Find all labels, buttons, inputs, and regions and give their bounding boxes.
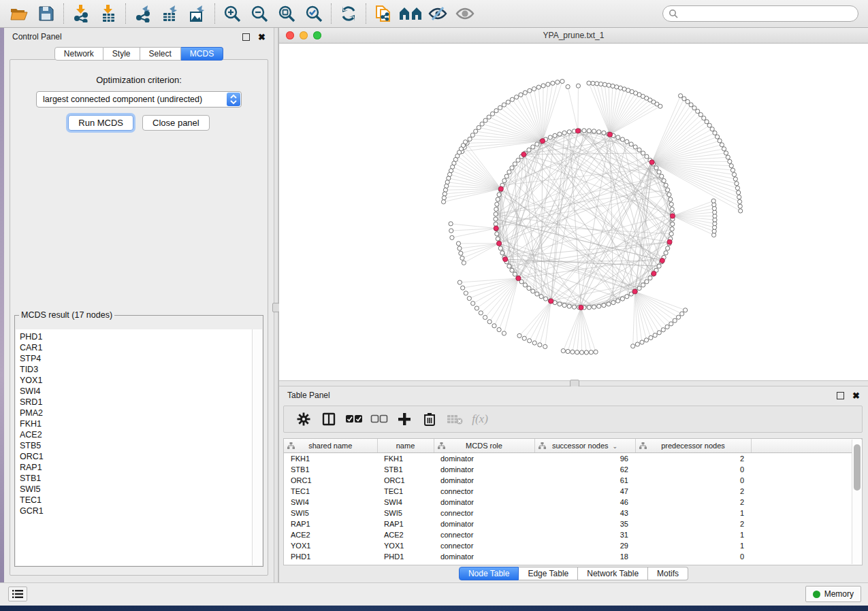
cell-shared-name[interactable]: ACE2 <box>284 529 377 540</box>
cell-successor-nodes[interactable]: 96 <box>534 453 635 465</box>
cell-MCDS-role[interactable]: connector <box>434 529 534 540</box>
table-row[interactable]: SWI5SWI5connector431 <box>284 508 862 518</box>
mcds-result-item[interactable]: GCR1 <box>20 506 253 516</box>
mcds-result-item[interactable]: PHD1 <box>20 331 253 342</box>
select-all-rows-button[interactable] <box>344 409 364 429</box>
cell-name[interactable]: STB1 <box>377 464 434 475</box>
mcds-result-item[interactable]: STB1 <box>20 473 253 484</box>
clone-network-button[interactable] <box>370 2 397 25</box>
show-columns-button[interactable] <box>319 409 339 429</box>
mcds-result-item[interactable]: SWI5 <box>20 484 253 495</box>
cell-name[interactable]: RAP1 <box>377 518 434 529</box>
tab-style[interactable]: Style <box>103 47 140 61</box>
export-image-button[interactable] <box>184 2 211 25</box>
window-close-button[interactable] <box>286 31 294 39</box>
mcds-result-item[interactable]: RAP1 <box>20 462 253 473</box>
cell-successor-nodes[interactable]: 62 <box>534 464 635 475</box>
criterion-select[interactable]: largest connected component (undirected) <box>36 91 242 108</box>
column-header-name[interactable]: name <box>377 439 434 453</box>
zoom-in-button[interactable] <box>219 2 246 25</box>
column-header-MCDS-role[interactable]: MCDS role <box>434 439 534 453</box>
save-session-button[interactable] <box>33 2 60 25</box>
close-panel-button[interactable]: Close panel <box>142 115 210 131</box>
cell-name[interactable]: YOX1 <box>377 540 434 551</box>
cell-name[interactable]: ORC1 <box>377 475 434 486</box>
cell-predecessor-nodes[interactable]: 0 <box>635 475 751 486</box>
cell-predecessor-nodes[interactable]: 1 <box>635 529 751 540</box>
table-row[interactable]: RAP1RAP1dominator352 <box>284 518 862 529</box>
export-network-button[interactable] <box>129 2 157 25</box>
cell-predecessor-nodes[interactable]: 2 <box>635 497 751 508</box>
cell-successor-nodes[interactable]: 29 <box>534 540 635 551</box>
memory-button[interactable]: Memory <box>805 586 861 602</box>
cell-MCDS-role[interactable]: dominator <box>434 475 534 486</box>
tab-edge-table[interactable]: Edge Table <box>519 567 578 580</box>
cell-successor-nodes[interactable]: 46 <box>534 497 635 508</box>
horizontal-splitter[interactable] <box>279 380 868 386</box>
mcds-list-scrollbar[interactable] <box>252 329 262 565</box>
tab-mcds[interactable]: MCDS <box>181 47 223 61</box>
cell-MCDS-role[interactable]: dominator <box>434 464 534 475</box>
table-row[interactable]: STB1STB1dominator620 <box>284 464 862 475</box>
cell-shared-name[interactable]: SWI4 <box>284 497 377 508</box>
mcds-result-item[interactable]: STP4 <box>20 353 253 364</box>
mcds-result-item[interactable]: STB5 <box>20 440 253 451</box>
cell-successor-nodes[interactable]: 18 <box>534 551 635 562</box>
tab-node-table[interactable]: Node Table <box>459 567 519 580</box>
window-zoom-button[interactable] <box>313 31 321 39</box>
column-header-shared-name[interactable]: shared name <box>284 439 377 453</box>
cell-predecessor-nodes[interactable]: 2 <box>635 486 751 497</box>
mcds-result-item[interactable]: YOX1 <box>20 375 253 386</box>
cell-predecessor-nodes[interactable]: 1 <box>635 508 751 518</box>
close-panel-x-button[interactable]: ✖ <box>258 34 266 40</box>
cell-shared-name[interactable]: TEC1 <box>284 486 377 497</box>
show-graphics-button[interactable] <box>451 2 479 25</box>
table-row[interactable]: YOX1YOX1connector291 <box>284 540 862 551</box>
open-file-button[interactable] <box>5 2 33 25</box>
cell-shared-name[interactable]: SWI5 <box>284 508 377 518</box>
table-row[interactable]: ACE2ACE2connector311 <box>284 529 862 540</box>
table-scrollbar[interactable] <box>852 440 862 564</box>
table-row[interactable]: SWI4SWI4dominator462 <box>284 497 862 508</box>
task-history-button[interactable] <box>8 587 27 601</box>
cell-shared-name[interactable]: ORC1 <box>284 475 377 486</box>
tab-network[interactable]: Network <box>54 47 103 61</box>
hide-graphics-button[interactable] <box>424 2 451 25</box>
first-neighbors-button[interactable] <box>397 2 424 25</box>
cell-name[interactable]: SWI4 <box>377 497 434 508</box>
cell-MCDS-role[interactable]: dominator <box>434 453 534 465</box>
vertical-splitter[interactable] <box>274 28 278 582</box>
cell-MCDS-role[interactable]: connector <box>434 486 534 497</box>
mcds-result-item[interactable]: SWI4 <box>20 386 253 397</box>
cell-successor-nodes[interactable]: 47 <box>534 486 635 497</box>
add-column-button[interactable] <box>394 409 415 429</box>
cell-name[interactable]: PHD1 <box>377 551 434 562</box>
mcds-result-item[interactable]: TEC1 <box>20 495 253 506</box>
scrollbar-thumb[interactable] <box>854 444 861 491</box>
column-header-predecessor-nodes[interactable]: predecessor nodes <box>635 439 751 453</box>
table-settings-button[interactable] <box>293 409 314 429</box>
tab-select[interactable]: Select <box>140 47 181 61</box>
import-network-button[interactable] <box>67 2 95 25</box>
float-table-panel-button[interactable] <box>837 392 844 399</box>
cell-name[interactable]: TEC1 <box>377 486 434 497</box>
table-row[interactable]: PHD1PHD1dominator180 <box>284 551 862 562</box>
mcds-result-item[interactable]: ORC1 <box>20 451 253 462</box>
mcds-result-item[interactable]: PMA2 <box>20 408 253 418</box>
zoom-out-button[interactable] <box>246 2 273 25</box>
tab-motifs[interactable]: Motifs <box>648 567 688 580</box>
delete-column-button[interactable] <box>419 409 440 429</box>
export-table-button[interactable] <box>157 2 184 25</box>
cell-predecessor-nodes[interactable]: 2 <box>635 453 751 465</box>
refresh-layout-button[interactable] <box>335 2 362 25</box>
run-mcds-button[interactable]: Run MCDS <box>68 115 133 131</box>
cell-MCDS-role[interactable]: dominator <box>434 497 534 508</box>
mcds-result-item[interactable]: TID3 <box>20 364 253 375</box>
cell-shared-name[interactable]: FKH1 <box>284 453 377 465</box>
mcds-result-item[interactable]: ACE2 <box>20 429 253 440</box>
mcds-result-item[interactable]: SRD1 <box>20 397 253 408</box>
cell-MCDS-role[interactable]: connector <box>434 508 534 518</box>
cell-predecessor-nodes[interactable]: 0 <box>635 551 751 562</box>
tab-network-table[interactable]: Network Table <box>578 567 648 580</box>
cell-name[interactable]: FKH1 <box>377 453 434 465</box>
